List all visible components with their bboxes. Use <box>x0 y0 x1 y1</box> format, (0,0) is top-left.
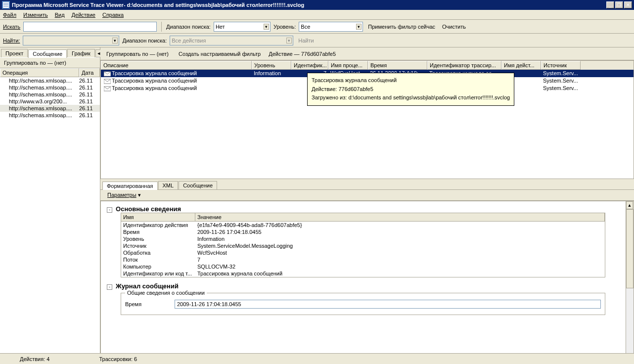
menu-help[interactable]: Справка <box>102 12 124 18</box>
vscroll-thumb[interactable] <box>626 209 634 288</box>
ops-row[interactable]: http://schemas.xmlsoap....26.11 <box>0 91 100 98</box>
search-input[interactable] <box>23 22 157 32</box>
message-info-fieldset: Общие сведения о сообщении Время 2009-11… <box>121 290 605 315</box>
search-label: Искать <box>3 24 20 30</box>
menu-edit[interactable]: Изменить <box>23 12 48 18</box>
col-description[interactable]: Описание <box>101 61 252 70</box>
kv-row: ИсточникSystem.ServiceModel.MessageLoggi… <box>121 242 605 249</box>
ops-list: http://schemas.xmlsoap....26.11http://sc… <box>0 77 100 357</box>
section2-expander[interactable]: - <box>107 284 112 290</box>
col-id[interactable]: Идентифик... <box>291 61 328 70</box>
ops-col-operation[interactable]: Операция <box>0 68 79 77</box>
kv-row: Время2009-11-26 17:04:18.0455 <box>121 228 605 235</box>
col-source[interactable]: Источник <box>541 61 581 70</box>
apply-filter-button[interactable]: Применить фильтр сейчас <box>366 23 437 31</box>
groupby-bar-left[interactable]: Группировать по — (нет) <box>0 57 100 68</box>
tab-project[interactable]: Проект <box>1 49 28 57</box>
right-toolbar: Группировать по — (нет) Создать настраив… <box>100 47 634 60</box>
tooltip-line2: Действие: 776d607abfe5 <box>312 85 510 94</box>
col-time[interactable]: Время <box>368 61 427 70</box>
ops-row[interactable]: http://schemas.xmlsoap....26.11 <box>0 77 100 84</box>
tab-formatted[interactable]: Форматированная <box>102 182 158 190</box>
kv-row: Идентификатор или код т...Трассировка жу… <box>121 270 605 277</box>
status-actions: Действия: 4 <box>20 356 49 362</box>
ops-col-date[interactable]: Дата <box>79 68 100 77</box>
trace-list: Описание Уровень Идентифик... Имя проце.… <box>100 60 634 179</box>
status-traces: Трассировки: 6 <box>99 356 137 362</box>
tooltip-line3: Загружено из: d:\documents and settings\… <box>312 93 510 102</box>
clear-filter-button[interactable]: Очистить <box>440 23 468 31</box>
svg-rect-3 <box>3 4 8 5</box>
field-time-label: Время <box>125 301 175 307</box>
ops-list-header: Операция Дата <box>0 68 100 77</box>
level-label: Уровень: <box>273 24 296 30</box>
col-level[interactable]: Уровень <box>252 61 291 70</box>
search-toolbar: Искать Диапазон поиска: Нет Уровень: Все… <box>0 20 634 34</box>
find-range-label: Диапазон поиска: <box>122 38 167 44</box>
section1-title: Основные сведения <box>116 205 181 213</box>
kv-row: Идентификатор действия{e1fa74e9-4909-454… <box>121 222 605 228</box>
left-tabs: Проект Сообщение График ◄ ► <box>0 47 100 57</box>
kv-col-name[interactable]: Имя <box>121 213 195 222</box>
kv-row: Поток7 <box>121 256 605 263</box>
window-title: Программа Microsoft Service Trace Viewer… <box>12 2 606 8</box>
minimize-button[interactable]: _ <box>606 1 614 8</box>
kv-col-value[interactable]: Значение <box>195 213 605 222</box>
message-icon <box>104 86 111 91</box>
detail-vscroll[interactable]: ▲ ▼ <box>626 201 634 364</box>
maximize-button[interactable]: ❐ <box>615 1 623 8</box>
basic-info-table: Имя Значение Идентификатор действия{e1fa… <box>121 213 605 277</box>
find-toolbar: Найти: Диапазон поиска: Все действия Най… <box>0 34 634 47</box>
right-panel: Группировать по — (нет) Создать настраив… <box>100 47 634 364</box>
status-bar: Действия: 4 Трассировки: 6 <box>0 353 634 364</box>
svg-rect-2 <box>3 3 8 3</box>
section1-expander[interactable]: - <box>107 207 112 213</box>
menu-file[interactable]: Файл <box>3 12 16 18</box>
custom-filter-button[interactable]: Создать настраиваемый фильтр <box>177 50 263 58</box>
col-traceid[interactable]: Идентификатор трассир... <box>427 61 501 70</box>
message-icon <box>104 78 111 84</box>
menu-activity[interactable]: Действие <box>72 12 95 18</box>
close-button[interactable]: ✕ <box>624 1 632 8</box>
vscroll-up[interactable]: ▲ <box>626 201 633 209</box>
field-time-value: 2009-11-26 17:04:18.0455 <box>175 300 601 309</box>
tab-detail-message[interactable]: Сообщение <box>179 181 217 189</box>
tab-graph[interactable]: График <box>67 49 95 57</box>
search-range-combo[interactable]: Нет <box>214 22 271 32</box>
trace-header: Описание Уровень Идентифик... Имя проце.… <box>101 61 634 70</box>
params-button[interactable]: Параметры ▾ <box>105 191 143 199</box>
kv-row: КомпьютерSQLLOCVM-32 <box>121 263 605 270</box>
left-panel: Проект Сообщение График ◄ ► Группировать… <box>0 47 100 364</box>
col-process[interactable]: Имя проце... <box>328 61 368 70</box>
menu-view[interactable]: Вид <box>55 12 65 18</box>
ops-row[interactable]: http://www.w3.org/200...26.11 <box>0 98 100 105</box>
menu-bar: Файл Изменить Вид Действие Справка <box>0 10 634 20</box>
col-actname[interactable]: Имя дейст... <box>501 61 541 70</box>
find-range-combo[interactable]: Все действия <box>170 36 293 46</box>
find-label: Найти: <box>3 38 20 44</box>
ops-row[interactable]: http://schemas.xmlsoap....26.11 <box>0 84 100 91</box>
ops-row[interactable]: http://schemas.xmlsoap....26.11 <box>0 105 100 112</box>
svg-rect-4 <box>3 6 8 6</box>
message-icon <box>104 71 111 77</box>
params-bar: Параметры ▾ <box>100 190 634 201</box>
tab-message[interactable]: Сообщение <box>28 49 67 58</box>
search-range-label: Диапазон поиска: <box>166 24 211 30</box>
kv-row: УровеньInformation <box>121 235 605 242</box>
tab-xml[interactable]: XML <box>158 181 179 189</box>
ops-row[interactable]: http://schemas.xmlsoap....26.11 <box>0 112 100 119</box>
kv-row: ОбработкаWcfSvcHost <box>121 249 605 256</box>
groupby-button[interactable]: Группировать по — (нет) <box>104 50 171 58</box>
tooltip-line1: Трассировка журнала сообщений <box>312 76 510 85</box>
detail-tabs: Форматированная XML Сообщение <box>100 180 634 190</box>
app-icon <box>2 1 10 9</box>
find-button[interactable]: Найти <box>296 37 316 45</box>
trace-tooltip: Трассировка журнала сообщений Действие: … <box>307 73 514 106</box>
detail-pane: - Основные сведения Имя Значение Идентиф… <box>100 201 634 364</box>
fieldset-legend: Общие сведения о сообщении <box>125 290 207 296</box>
section2-title: Журнал сообщений <box>116 282 179 290</box>
title-bar: Программа Microsoft Service Trace Viewer… <box>0 0 634 10</box>
action-label: Действие — 776d607abfe5 <box>269 51 336 57</box>
find-input[interactable] <box>23 36 119 46</box>
level-combo[interactable]: Все <box>299 22 363 32</box>
